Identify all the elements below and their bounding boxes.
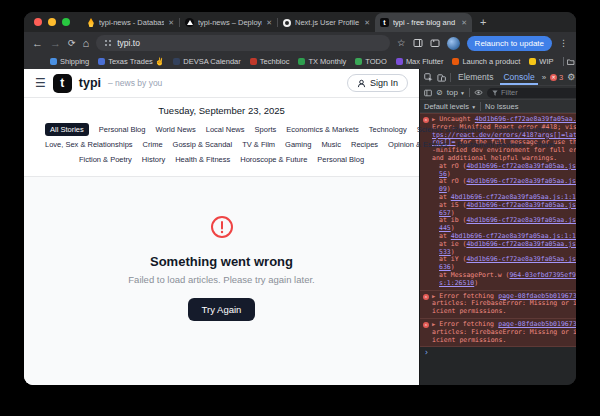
category-link[interactable]: Crime: [143, 140, 163, 149]
category-link[interactable]: Horoscope & Future: [240, 155, 307, 164]
category-link[interactable]: History: [142, 155, 165, 164]
console-sidebar-icon[interactable]: [424, 89, 432, 97]
stack-fn: at ib (: [439, 216, 466, 224]
brand-name[interactable]: typi: [79, 76, 101, 90]
bookmark-label: TX Monthly: [308, 57, 346, 66]
tab-elements[interactable]: Elements: [455, 69, 496, 85]
console-error-fetch-2[interactable]: ✕ page-08fdaeb5b0196738.js:1 ▶ Error fet…: [420, 319, 576, 347]
console-filter-input[interactable]: Filter: [487, 88, 576, 98]
category-link[interactable]: Health & Fitness: [175, 155, 230, 164]
close-icon[interactable]: ✕: [168, 19, 174, 27]
bookmark-item[interactable]: Max Flutter: [396, 57, 444, 66]
tab-typi-active[interactable]: t typi - free blog and news pla ✕: [375, 13, 472, 32]
category-link[interactable]: Music: [321, 140, 341, 149]
expand-arrow-icon[interactable]: ▶: [432, 116, 435, 122]
stack-close: ): [474, 279, 478, 287]
divider: [480, 102, 481, 111]
live-expression-eye-icon[interactable]: [474, 89, 483, 96]
close-icon[interactable]: ✕: [364, 19, 370, 27]
category-link[interactable]: Personal Finance: [495, 125, 553, 134]
console-toolbar: ⊘ top ▼ Filter: [420, 86, 576, 100]
sign-in-button[interactable]: Sign In: [347, 74, 408, 92]
category-link[interactable]: Recipes: [351, 140, 378, 149]
bookmark-item[interactable]: WIP: [529, 57, 553, 66]
console-prompt[interactable]: ›: [420, 347, 576, 359]
close-icon[interactable]: ✕: [266, 19, 272, 27]
category-link[interactable]: Gossip & Scandal: [173, 140, 233, 149]
category-link[interactable]: Local News: [206, 125, 245, 134]
category-link[interactable]: Personal Blog: [317, 155, 364, 164]
category-link-active[interactable]: All Stories: [45, 123, 89, 136]
category-link[interactable]: Opinion & Essays: [388, 140, 447, 149]
side-panel-icon[interactable]: [413, 38, 423, 48]
tab-firebase-rules[interactable]: typi-news - Database - Rules ✕: [82, 13, 179, 32]
category-link[interactable]: Restaurant Reviews: [457, 140, 524, 149]
category-link[interactable]: Travel: [534, 140, 555, 149]
try-again-button[interactable]: Try Again: [188, 298, 256, 321]
stack-fn: at rO (: [439, 177, 466, 185]
funnel-icon: [492, 90, 498, 96]
expand-arrow-icon[interactable]: ▶: [432, 321, 435, 327]
levels-dropdown[interactable]: Default levels ▼: [424, 102, 476, 111]
stack-frame: at MessagePort.w (964-03efbd7395ef91bd.j…: [432, 272, 576, 288]
bookmark-favicon: [529, 58, 536, 65]
more-panels-icon[interactable]: »: [542, 73, 546, 82]
category-link[interactable]: World News: [155, 125, 195, 134]
category-link[interactable]: Science & Research: [417, 125, 485, 134]
issues-counter[interactable]: No Issues: [485, 102, 518, 111]
tab-search-icon[interactable]: [430, 38, 440, 48]
bookmark-label: WIP: [539, 57, 553, 66]
close-window-button[interactable]: [34, 18, 42, 26]
menu-icon[interactable]: ☰: [35, 76, 46, 90]
address-bar[interactable]: typi.to: [96, 35, 390, 51]
category-link[interactable]: Fiction & Poetry: [79, 155, 132, 164]
browser-menu-icon[interactable]: ⋮: [559, 39, 568, 48]
minimize-window-button[interactable]: [48, 18, 56, 26]
reload-icon[interactable]: ⟳: [68, 39, 76, 48]
device-toolbar-icon[interactable]: [437, 73, 446, 82]
close-icon[interactable]: ✕: [461, 19, 467, 27]
expand-arrow-icon[interactable]: ▶: [432, 293, 435, 299]
category-link[interactable]: TV & Film: [242, 140, 275, 149]
settings-gear-icon[interactable]: ⚙: [567, 72, 575, 82]
stack-fn: at: [439, 193, 451, 201]
bookmark-star-icon[interactable]: ☆: [397, 38, 406, 48]
context-selector[interactable]: top ▼: [447, 88, 465, 97]
inspect-element-icon[interactable]: [424, 73, 433, 82]
typi-logo[interactable]: t: [53, 74, 72, 93]
console-error-fetch-1[interactable]: ✕ page-08fdaeb5b0196738.js:1 ▶ Error fet…: [420, 291, 576, 319]
bookmark-item[interactable]: DEVSA Calendar: [173, 57, 241, 66]
maximize-window-button[interactable]: [62, 18, 70, 26]
error-count-badge[interactable]: ✕ 3: [550, 73, 563, 82]
stack-location-link[interactable]: 4bd1b696-cf72ae8a39fa05aa.js:1:118432: [451, 232, 576, 240]
bookmark-item[interactable]: TX Monthly: [298, 57, 346, 66]
console-messages: ✕ 4bd1b696-cf72ae8a39fa05aa.js:1:1 ▶ Unc…: [420, 113, 576, 385]
bookmark-item[interactable]: Launch a product: [452, 57, 520, 66]
category-link[interactable]: Love, Sex & Relationships: [45, 140, 133, 149]
browser-window: typi-news - Database - Rules ✕ typi-news…: [24, 12, 576, 385]
profile-avatar[interactable]: [447, 37, 460, 50]
forward-icon[interactable]: →: [50, 38, 61, 49]
home-icon[interactable]: ⌂: [83, 38, 90, 49]
bookmark-item[interactable]: TODO: [355, 57, 387, 66]
tab-console[interactable]: Console: [500, 69, 537, 85]
site-header: ☰ t typi – news by you Sign In: [24, 69, 419, 98]
new-tab-button[interactable]: +: [480, 16, 486, 28]
category-link[interactable]: Economics & Markets: [286, 125, 359, 134]
bookmark-item[interactable]: Texas Trades ✌: [98, 57, 164, 66]
all-bookmarks-button[interactable]: All Bookmarks: [563, 53, 576, 71]
web-page: ☰ t typi – news by you Sign In Tuesday, …: [24, 69, 419, 385]
category-link[interactable]: Technology: [369, 125, 407, 134]
tab-vercel-deployments[interactable]: typi-news – Deployments – V ✕: [180, 13, 277, 32]
category-link[interactable]: Personal Blog: [99, 125, 146, 134]
tab-nextjs-chat[interactable]: Next.js User Profile Compone ✕: [278, 13, 375, 32]
relaunch-update-button[interactable]: Relaunch to update: [467, 36, 552, 51]
category-link[interactable]: Sports: [255, 125, 277, 134]
bookmark-item[interactable]: Techbloc: [250, 57, 290, 66]
bookmark-item[interactable]: Shipping: [50, 57, 89, 66]
category-link[interactable]: Gaming: [285, 140, 311, 149]
clear-console-icon[interactable]: ⊘: [436, 88, 443, 97]
back-icon[interactable]: ←: [32, 38, 43, 49]
stack-location-link[interactable]: 4bd1b696-cf72ae8a39fa05aa.js:1:117705: [451, 193, 576, 201]
site-info-icon[interactable]: [104, 39, 112, 47]
